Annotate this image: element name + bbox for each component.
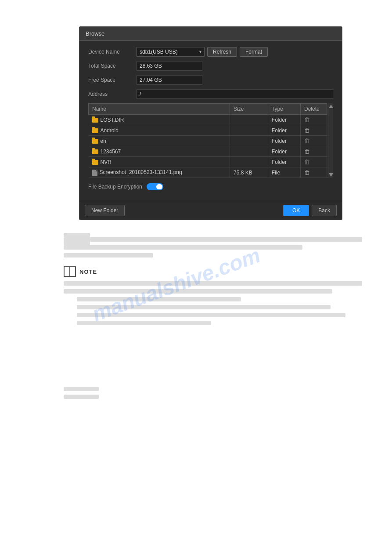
scrollbar-track[interactable] — [328, 103, 333, 178]
table-row[interactable]: errFolder🗑 — [89, 136, 333, 146]
file-name: NVR — [101, 159, 111, 165]
scroll-down-button[interactable] — [329, 173, 333, 177]
encryption-toggle[interactable] — [147, 183, 163, 190]
device-name-select[interactable]: sdb1(USB USB) — [137, 47, 205, 57]
folder-icon — [92, 139, 98, 144]
file-icon — [92, 170, 97, 176]
table-row[interactable]: NVRFolder🗑 — [89, 157, 333, 167]
file-type-cell: Folder — [268, 157, 300, 167]
file-delete-cell[interactable]: 🗑 — [301, 125, 327, 136]
device-select-wrapper[interactable]: sdb1(USB USB) — [137, 47, 205, 57]
trash-icon[interactable]: 🗑 — [304, 159, 310, 165]
file-name-cell: err — [89, 136, 230, 146]
address-row: Address / — [88, 89, 333, 99]
note-pre-line-2 — [64, 245, 302, 250]
file-name-cell: Screenshot_20180523-133141.png — [89, 167, 230, 178]
note-line-2 — [64, 289, 332, 294]
file-size-cell — [230, 157, 268, 167]
note-line-5 — [77, 313, 345, 317]
file-table-wrapper: Name Size Type Delete ▲ LOST.DIRFolder🗑A… — [88, 103, 333, 178]
new-folder-button[interactable]: New Folder — [85, 205, 125, 216]
file-name-cell: LOST.DIR — [89, 115, 230, 125]
dialog-footer: New Folder OK Back — [79, 201, 342, 220]
file-name: 1234567 — [101, 149, 121, 155]
bottom-line-2 — [64, 395, 99, 399]
table-row[interactable]: AndroidFolder🗑 — [89, 125, 333, 136]
trash-icon[interactable]: 🗑 — [304, 148, 310, 155]
table-row[interactable]: LOST.DIRFolder🗑 — [89, 115, 333, 125]
free-space-label: Free Space — [88, 77, 137, 83]
file-delete-cell[interactable]: 🗑 — [301, 157, 327, 167]
folder-icon — [92, 149, 98, 154]
total-space-value: 28.63 GB — [137, 61, 202, 71]
file-size-cell — [230, 125, 268, 136]
scroll-up-button[interactable] — [329, 105, 333, 108]
file-name: Android — [101, 127, 119, 134]
encryption-label: File Backup Encryption — [88, 184, 142, 190]
format-button[interactable]: Format — [240, 47, 268, 57]
file-size-cell — [230, 115, 268, 125]
address-label: Address — [88, 91, 137, 97]
note-line-6 — [77, 321, 211, 325]
top-line-1 — [64, 233, 90, 237]
col-size-header: Size — [230, 104, 268, 115]
back-button[interactable]: Back — [312, 205, 337, 216]
file-delete-cell[interactable]: 🗑 — [301, 167, 327, 178]
file-size-cell — [230, 146, 268, 157]
total-space-label: Total Space — [88, 63, 137, 69]
file-name: Screenshot_20180523-133141.png — [100, 169, 182, 175]
file-delete-cell[interactable]: 🗑 — [301, 115, 327, 125]
table-row[interactable]: 1234567Folder🗑 — [89, 146, 333, 157]
file-type-cell: Folder — [268, 136, 300, 146]
table-row[interactable]: Screenshot_20180523-133141.png75.8 KBFil… — [89, 167, 333, 178]
ok-button[interactable]: OK — [283, 205, 309, 216]
note-line-4 — [77, 305, 331, 309]
file-type-cell: Folder — [268, 125, 300, 136]
refresh-button[interactable]: Refresh — [207, 47, 237, 57]
file-delete-cell[interactable]: 🗑 — [301, 146, 327, 157]
folder-icon — [92, 160, 98, 165]
note-pre-line-3 — [64, 253, 153, 258]
trash-icon[interactable]: 🗑 — [304, 169, 310, 176]
folder-icon — [92, 118, 98, 123]
note-book-icon — [64, 266, 76, 277]
trash-icon[interactable]: 🗑 — [304, 116, 310, 123]
col-type-header: Type — [268, 104, 300, 115]
file-type-cell: File — [268, 167, 300, 178]
note-title: NOTE — [79, 268, 97, 275]
file-size-cell: 75.8 KB — [230, 167, 268, 178]
encryption-row: File Backup Encryption — [88, 183, 333, 190]
file-type-cell: Folder — [268, 146, 300, 157]
free-space-row: Free Space 27.04 GB — [88, 75, 333, 85]
note-header: NOTE — [64, 266, 362, 277]
toggle-knob — [156, 184, 162, 189]
file-type-cell: Folder — [268, 115, 300, 125]
bottom-lines — [64, 387, 99, 399]
col-delete-header: Delete — [301, 104, 327, 115]
file-size-cell — [230, 136, 268, 146]
total-space-row: Total Space 28.63 GB — [88, 61, 333, 71]
file-name-cell: NVR — [89, 157, 230, 167]
file-delete-cell[interactable]: 🗑 — [301, 136, 327, 146]
trash-icon[interactable]: 🗑 — [304, 138, 310, 144]
note-line-1 — [64, 281, 362, 286]
address-value: / — [137, 89, 333, 99]
device-name-label: Device Name — [88, 49, 137, 55]
file-table: Name Size Type Delete ▲ LOST.DIRFolder🗑A… — [88, 103, 333, 178]
col-name-header: Name — [89, 104, 230, 115]
table-header-row: Name Size Type Delete ▲ — [89, 104, 333, 115]
device-name-row: Device Name sdb1(USB USB) Refresh Format — [88, 47, 333, 57]
file-name: LOST.DIR — [101, 117, 124, 123]
trash-icon[interactable]: 🗑 — [304, 127, 310, 134]
browse-dialog: Browse Device Name sdb1(USB USB) Refresh… — [79, 26, 342, 220]
file-name: err — [101, 138, 107, 144]
bottom-line-1 — [64, 387, 99, 391]
note-pre-line-1 — [64, 237, 362, 242]
free-space-value: 27.04 GB — [137, 75, 202, 85]
file-name-cell: Android — [89, 125, 230, 136]
note-text-lines — [64, 281, 362, 325]
folder-icon — [92, 128, 98, 133]
note-section: NOTE — [64, 237, 362, 325]
note-line-3 — [77, 297, 241, 301]
file-name-cell: 1234567 — [89, 146, 230, 157]
